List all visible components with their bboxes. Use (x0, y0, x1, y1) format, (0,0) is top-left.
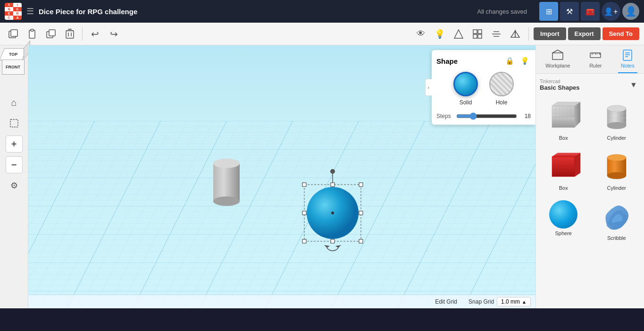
copy-to-workplane-button[interactable] (5, 25, 22, 42)
home-view-button[interactable]: ⌂ (6, 94, 23, 111)
zoom-in-button[interactable]: + (6, 136, 23, 153)
svg-point-28 (213, 196, 240, 206)
svg-marker-20 (515, 31, 519, 37)
logo-t: T (5, 3, 13, 7)
send-to-button[interactable]: Send To (602, 27, 639, 40)
hole-circle (489, 72, 514, 96)
cylinder-grey-thumb (598, 100, 636, 133)
library-info: Tinkercad Basic Shapes (540, 79, 625, 91)
shape-light-button[interactable]: 💡 (519, 55, 531, 67)
project-title: Dice Piece for RPG challenge (39, 8, 472, 16)
right-panel-tabs: Workplane Ruler Notes (536, 45, 644, 74)
cylinder-object[interactable] (213, 159, 240, 206)
left-sidebar: TOP FRONT ⌂ + − ⚙ (0, 45, 28, 308)
svg-rect-3 (31, 29, 33, 31)
tinkercad-logo[interactable]: T I N K E R C A (5, 3, 22, 20)
ruler-icon (589, 49, 602, 61)
box-red-label: Box (559, 185, 568, 191)
box-view-button[interactable]: 🧰 (581, 2, 600, 21)
shape-panel-header: Shape 🔒 💡 (436, 55, 531, 67)
box-red-thumb (544, 150, 582, 183)
delete-button[interactable] (61, 25, 78, 42)
shape-item-box-grey[interactable]: Box (539, 97, 588, 144)
light-button[interactable]: 💡 (431, 25, 448, 42)
steps-slider[interactable] (456, 112, 517, 120)
mirror-button[interactable] (507, 25, 524, 42)
shape-item-scribble[interactable]: Scribble (592, 197, 642, 244)
undo-button[interactable]: ↩ (86, 25, 103, 42)
hole-label: Hole (496, 99, 508, 106)
shape-item-sphere-blue[interactable]: Sphere (539, 197, 588, 244)
panel-collapse-button[interactable]: › (425, 79, 432, 96)
add-user-button[interactable]: 👤+ (602, 2, 620, 21)
shape-item-box-red[interactable]: Box (539, 147, 588, 194)
shape-item-cylinder-grey[interactable]: Cylinder (592, 97, 642, 144)
toolbar-separator-2 (528, 27, 529, 41)
shape-item-cylinder-orange[interactable]: Cylinder (592, 147, 642, 194)
snap-grid-value[interactable]: 1.0 mm ▲ (497, 297, 531, 306)
logo-r: R (13, 11, 22, 16)
snap-grid-label: Snap Grid (468, 298, 494, 305)
sphere-blue-label: Sphere (555, 230, 572, 236)
topbar: T I N K E R C A ☰ Dice Piece for RPG cha… (0, 0, 644, 23)
svg-marker-44 (335, 245, 341, 248)
edit-grid-button[interactable]: Edit Grid (435, 298, 457, 305)
export-button[interactable]: Export (568, 27, 601, 40)
avatar[interactable]: 👤 (622, 3, 639, 20)
align-button[interactable] (488, 25, 505, 42)
tab-workplane[interactable]: Workplane (543, 45, 573, 73)
redo-button[interactable]: ↪ (105, 25, 122, 42)
library-category: Basic Shapes (540, 84, 625, 91)
group-button[interactable] (469, 25, 486, 42)
shape-tool-button[interactable] (450, 25, 467, 42)
tab-notes[interactable]: Notes (618, 45, 637, 73)
sphere-object[interactable] (302, 169, 363, 251)
cube-front-face: FRONT (2, 59, 25, 75)
toolbar: ↩ ↪ 👁 💡 Import Export Send To (0, 23, 644, 45)
svg-rect-5 (49, 30, 55, 36)
hole-option[interactable]: Hole (489, 72, 514, 106)
view-cube[interactable]: TOP FRONT (0, 48, 30, 88)
settings-button[interactable]: ⚙ (6, 177, 23, 194)
svg-rect-38 (302, 211, 306, 215)
svg-rect-39 (359, 211, 363, 215)
svg-rect-33 (359, 183, 363, 187)
canvas-area[interactable]: › Shape 🔒 💡 Solid Hole (28, 45, 535, 308)
right-panel-body: Tinkercad Basic Shapes ▼ (536, 74, 644, 308)
snap-grid-row: Snap Grid 1.0 mm ▲ (468, 297, 531, 306)
toolbar-separator (82, 27, 83, 41)
view-toggle-button[interactable]: 👁 (412, 25, 429, 42)
toolbar-right: 👁 💡 Import Export Send To (412, 25, 639, 42)
grid-view-button[interactable]: ⊞ (539, 2, 558, 21)
library-dropdown-button[interactable]: ▼ (627, 78, 640, 92)
canvas-bottom-bar: Edit Grid Snap Grid 1.0 mm ▲ (28, 295, 535, 308)
svg-point-90 (607, 172, 626, 179)
sphere-blue-thumb (549, 200, 577, 229)
cube-top-face: TOP (0, 48, 27, 60)
paste-button[interactable] (24, 25, 41, 42)
menu-icon[interactable]: ☰ (26, 6, 34, 17)
build-view-button[interactable]: ⚒ (560, 2, 579, 21)
svg-marker-87 (575, 153, 580, 177)
frame-selection-button[interactable] (6, 115, 23, 132)
tab-ruler[interactable]: Ruler (586, 45, 604, 73)
svg-rect-14 (473, 34, 477, 38)
workplane-icon (552, 49, 564, 61)
zoom-out-button[interactable]: − (6, 156, 23, 173)
solid-option[interactable]: Solid (453, 72, 478, 106)
duplicate-button[interactable] (42, 25, 59, 42)
svg-rect-12 (473, 30, 477, 34)
svg-point-40 (331, 212, 334, 214)
svg-marker-74 (575, 102, 580, 127)
svg-point-29 (213, 159, 240, 168)
svg-rect-37 (331, 239, 335, 243)
box-grey-thumb (544, 100, 582, 133)
steps-label: Steps (436, 113, 452, 119)
right-panel: Workplane Ruler Notes Tinkercad Basic Sh… (535, 45, 644, 308)
logo-a: A (13, 16, 22, 20)
import-button[interactable]: Import (534, 27, 566, 40)
cylinder-orange-thumb (598, 150, 636, 183)
shape-grid: Box (539, 97, 641, 244)
shape-lock-button[interactable]: 🔒 (503, 55, 516, 67)
svg-point-85 (607, 105, 626, 112)
